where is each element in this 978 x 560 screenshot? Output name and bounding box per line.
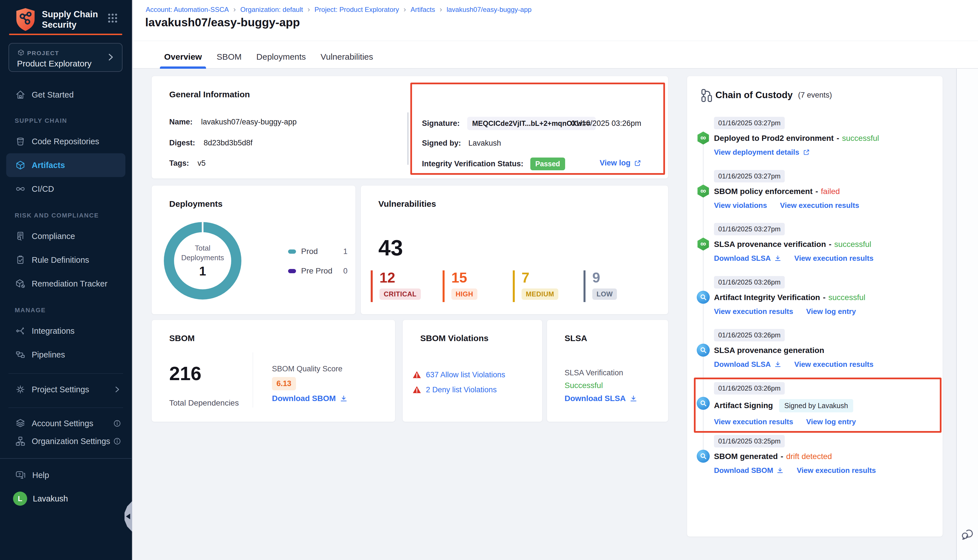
breadcrumb-link[interactable]: Project: Product Exploratory xyxy=(314,6,399,13)
sidebar-item-artifacts[interactable]: Artifacts xyxy=(6,153,125,177)
sidebar-item-rule-definitions[interactable]: Rule Definitions xyxy=(6,248,125,272)
event-link-label: View execution results xyxy=(797,466,876,475)
event-link-view-execution-results[interactable]: View execution results xyxy=(797,466,876,475)
chain-event: 01/16/2025 03:25pmSBOM generated-drift d… xyxy=(697,435,935,475)
breadcrumb-link[interactable]: Organization: default xyxy=(240,6,303,13)
event-link-label: Download SBOM xyxy=(714,466,773,475)
sidebar-item-label: Integrations xyxy=(32,327,75,336)
card-title: Deployments xyxy=(169,199,222,209)
sidebar-item-help[interactable]: ? Help xyxy=(15,466,49,484)
event-timestamp: 01/16/2025 03:26pm xyxy=(714,329,785,342)
project-cube-icon xyxy=(17,48,25,57)
sidebar-item-remediation-tracker[interactable]: Remediation Tracker xyxy=(6,272,125,295)
event-link-download-slsa[interactable]: Download SLSA xyxy=(714,360,781,369)
avatar: L xyxy=(13,492,27,506)
legend-swatch-icon xyxy=(288,250,296,254)
download-slsa-link[interactable]: Download SLSA xyxy=(564,394,637,403)
integrity-status-row: Integrity Verification Status: Passed xyxy=(422,158,565,170)
view-log-link[interactable]: View log xyxy=(600,159,641,167)
sidebar-item-get-started[interactable]: Get Started xyxy=(6,83,125,107)
violation-link[interactable]: 2 Deny list Violations xyxy=(426,385,497,394)
event-link-view-execution-results[interactable]: View execution results xyxy=(794,254,874,263)
warning-triangle-icon xyxy=(412,370,421,379)
gear-icon xyxy=(15,384,26,395)
sidebar-item-pipelines[interactable]: Pipelines xyxy=(6,343,125,367)
sbom-quality-score: 6.13 xyxy=(272,377,296,390)
code-repo-icon: </> xyxy=(15,136,26,147)
sidebar-item-label: Compliance xyxy=(32,232,75,241)
vertical-divider xyxy=(253,352,253,408)
event-timestamp: 01/16/2025 03:26pm xyxy=(714,276,785,288)
severity-badge: HIGH xyxy=(451,288,477,300)
sidebar-item-label: Organization Settings xyxy=(32,437,110,446)
scrollbar[interactable] xyxy=(407,112,409,165)
sidebar-item-integrations[interactable]: Integrations xyxy=(6,319,125,343)
remediation-tracker-icon xyxy=(15,278,26,289)
event-link-view-violations[interactable]: View violations xyxy=(714,201,767,210)
sidebar-item-compliance[interactable]: Compliance xyxy=(6,224,125,248)
event-link-label: View execution results xyxy=(714,307,793,316)
sidebar-item-project-settings[interactable]: Project Settings xyxy=(6,378,125,401)
info-field-row: Name:lavakush07/easy-buggy-app xyxy=(169,117,297,127)
event-link-download-slsa[interactable]: Download SLSA xyxy=(714,254,781,263)
chain-events-count: (7 events) xyxy=(798,91,832,100)
breadcrumb-link[interactable]: lavakush07/easy-buggy-app xyxy=(447,6,531,13)
tab-label: SBOM xyxy=(217,52,241,62)
download-icon xyxy=(340,395,347,402)
external-link-icon xyxy=(634,160,641,167)
event-link-view-log-entry[interactable]: View log entry xyxy=(806,417,856,426)
tab-overview[interactable]: Overview xyxy=(160,45,206,69)
nav-section-heading: SUPPLY CHAIN xyxy=(15,117,67,125)
event-link-label: View execution results xyxy=(780,201,859,210)
event-link-view-log-entry[interactable]: View log entry xyxy=(806,307,856,316)
tab-vulnerabilities[interactable]: Vulnerabilities xyxy=(316,45,377,69)
event-status: successful xyxy=(842,134,879,143)
event-link-download-sbom[interactable]: Download SBOM xyxy=(714,466,784,475)
app-grid-icon[interactable] xyxy=(107,12,118,24)
deployments-card: Deployments Total Deployments 1 Prod1Pre… xyxy=(152,185,356,315)
general-information-card: General Information Name:lavakush07/easy… xyxy=(152,76,668,179)
sidebar-item-account-settings[interactable]: Account Settings xyxy=(6,415,125,432)
card-title: General Information xyxy=(169,90,250,99)
event-link-view-execution-results[interactable]: View execution results xyxy=(714,307,793,316)
header-divider xyxy=(133,41,978,41)
download-sbom-link[interactable]: Download SBOM xyxy=(272,394,347,403)
breadcrumb-link[interactable]: Account: Automation-SSCA xyxy=(146,6,229,13)
sidebar: Supply Chain Security PROJECT Product Ex… xyxy=(0,0,132,560)
field-value: 8d23bd3b5d8f xyxy=(204,138,253,147)
event-status: drift detected xyxy=(786,452,832,461)
donut-center-label: Total Deployments xyxy=(180,243,225,262)
user-menu[interactable]: L Lavakush xyxy=(13,490,68,507)
vulnerabilities-card: Vulnerabilities 43 12CRITICAL15HIGH7MEDI… xyxy=(360,185,668,315)
event-link-view-execution-results[interactable]: View execution results xyxy=(794,360,874,369)
card-title: SBOM Violations xyxy=(420,333,489,343)
sidebar-item-label: Code Repositories xyxy=(32,137,99,146)
legend-label: Pre Prod xyxy=(301,267,332,275)
project-selector[interactable]: PROJECT Product Exploratory xyxy=(8,43,122,72)
sidebar-item-ci-cd[interactable]: CI/CD xyxy=(6,177,125,201)
scan-step-icon xyxy=(697,343,710,357)
org-settings-icon xyxy=(15,435,26,447)
chevron-right-icon xyxy=(105,52,116,62)
severity-count: 12 xyxy=(379,270,442,285)
sidebar-item-code-repositories[interactable]: </>Code Repositories xyxy=(6,130,125,153)
sidebar-bottom-divider xyxy=(0,458,132,459)
event-link-view-execution-results[interactable]: View execution results xyxy=(780,201,859,210)
vulnerabilities-total: 43 xyxy=(378,235,403,261)
event-link-view-deployment-details[interactable]: View deployment details xyxy=(714,148,810,157)
tab-sbom[interactable]: SBOM xyxy=(212,45,245,69)
pipeline-stage-icon: ∞ xyxy=(697,132,710,145)
field-value: v5 xyxy=(197,159,206,167)
project-name: Product Exploratory xyxy=(17,59,92,68)
severity-medium: 7MEDIUM xyxy=(513,270,584,302)
breadcrumb-link[interactable]: Artifacts xyxy=(411,6,435,13)
violation-link[interactable]: 637 Allow list Violations xyxy=(426,370,505,379)
svg-text:?: ? xyxy=(18,472,21,477)
support-chat-icon[interactable] xyxy=(960,525,976,542)
sidebar-item-organization-settings[interactable]: Organization Settings xyxy=(6,432,125,450)
tab-deployments[interactable]: Deployments xyxy=(252,45,310,69)
info-icon xyxy=(112,418,122,428)
event-link-view-execution-results[interactable]: View execution results xyxy=(714,417,793,426)
sidebar-item-label: Rule Definitions xyxy=(32,255,89,265)
sbom-violations-card: SBOM Violations 637 Allow list Violation… xyxy=(402,320,542,422)
